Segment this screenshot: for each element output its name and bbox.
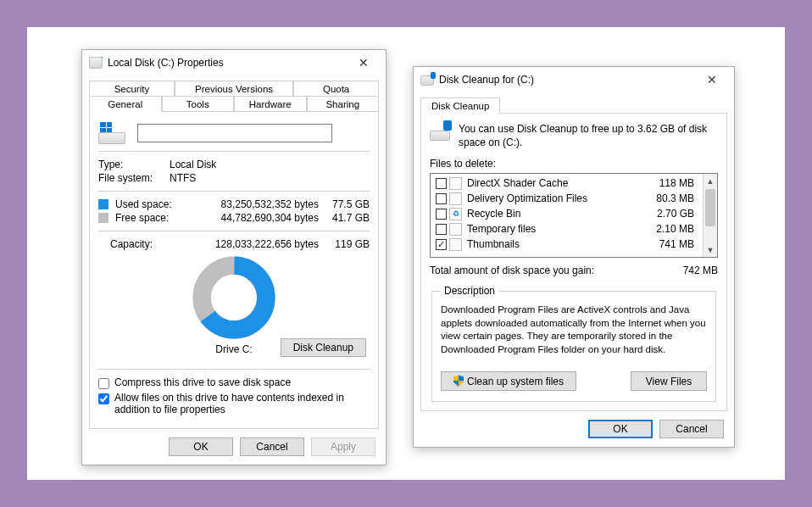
file-type-icon [449, 238, 462, 251]
shield-icon [453, 375, 464, 387]
scrollbar[interactable]: ▲ ▼ [703, 174, 717, 257]
file-name: Recycle Bin [467, 208, 638, 220]
compress-checkbox[interactable] [98, 378, 109, 389]
checkbox[interactable] [436, 193, 447, 204]
gain-value: 742 MB [650, 265, 718, 276]
list-item[interactable]: ♻Recycle Bin2.70 GB [431, 206, 703, 221]
usage-donut-chart [192, 255, 276, 340]
ok-button[interactable]: OK [588, 420, 653, 438]
file-name: DirectX Shader Cache [467, 177, 638, 189]
description-legend: Description [441, 285, 498, 297]
cleanup-titlebar[interactable]: Disk Cleanup for (C:) ✕ [414, 67, 734, 92]
compress-label: Compress this drive to save disk space [114, 376, 291, 388]
general-panel: Type:Local Disk File system:NTFS Used sp… [89, 111, 379, 429]
svg-point-2 [214, 277, 254, 318]
capacity-label: Capacity: [98, 238, 181, 250]
cancel-button[interactable]: Cancel [659, 420, 724, 438]
description-group: Description Downloaded Program Files are… [431, 285, 716, 402]
capacity-bytes: 128,033,222,656 bytes [181, 238, 319, 250]
tab-quota[interactable]: Quota [293, 81, 379, 96]
description-text: Downloaded Program Files are ActiveX con… [441, 304, 707, 356]
index-label: Allow files on this drive to have conten… [114, 392, 370, 415]
file-name: Temporary files [467, 223, 638, 235]
fs-value: NTFS [170, 172, 196, 184]
scroll-down-icon[interactable]: ▼ [704, 242, 717, 257]
file-type-icon [449, 177, 462, 190]
free-gb: 41.7 GB [319, 212, 370, 224]
index-checkbox[interactable] [98, 393, 109, 404]
view-files-button[interactable]: View Files [631, 371, 707, 391]
used-gb: 77.5 GB [319, 198, 370, 210]
checkbox[interactable] [436, 224, 447, 235]
checkbox[interactable] [436, 239, 447, 250]
cancel-button[interactable]: Cancel [240, 437, 304, 456]
tab-hardware[interactable]: Hardware [234, 96, 307, 112]
fs-label: File system: [98, 172, 170, 184]
type-value: Local Disk [170, 159, 216, 170]
file-size: 118 MB [638, 177, 698, 189]
used-swatch [98, 199, 108, 209]
properties-window: Local Disk (C:) Properties ✕ Security Pr… [81, 49, 387, 465]
gain-label: Total amount of disk space you gain: [430, 265, 650, 276]
tab-disk-cleanup[interactable]: Disk Cleanup [420, 98, 500, 114]
checkbox[interactable] [436, 178, 447, 189]
file-type-icon: ♻ [449, 208, 462, 220]
tab-security[interactable]: Security [89, 81, 175, 96]
list-item[interactable]: Delivery Optimization Files80.3 MB [431, 191, 703, 206]
properties-title: Local Disk (C:) Properties [108, 57, 348, 69]
apply-button[interactable]: Apply [311, 437, 375, 456]
type-label: Type: [98, 159, 170, 170]
index-checkbox-row[interactable]: Allow files on this drive to have conten… [98, 392, 370, 415]
cleanup-title-icon [420, 73, 434, 86]
cleanup-window: Disk Cleanup for (C:) ✕ Disk Cleanup You… [413, 66, 735, 448]
list-item[interactable]: DirectX Shader Cache118 MB [431, 176, 703, 191]
used-bytes: 83,250,532,352 bytes [186, 198, 319, 210]
file-size: 80.3 MB [638, 192, 698, 204]
file-type-icon [449, 192, 462, 205]
tab-row-primary: General Tools Hardware Sharing [89, 96, 379, 112]
checkbox[interactable] [436, 209, 447, 220]
file-size: 2.70 GB [638, 208, 698, 220]
compress-checkbox-row[interactable]: Compress this drive to save disk space [98, 376, 370, 389]
cleanup-system-files-button[interactable]: Clean up system files [441, 371, 576, 391]
list-item[interactable]: Thumbnails741 MB [431, 237, 703, 252]
cleanup-panel: You can use Disk Cleanup to free up to 3… [420, 113, 727, 411]
cleanup-title: Disk Cleanup for (C:) [439, 74, 697, 86]
free-swatch [98, 213, 108, 223]
files-to-delete-label: Files to delete: [430, 158, 718, 170]
cleanup-info-text: You can use Disk Cleanup to free up to 3… [459, 122, 718, 149]
disk-cleanup-button[interactable]: Disk Cleanup [281, 338, 366, 357]
capacity-gb: 119 GB [319, 238, 370, 250]
file-size: 741 MB [638, 238, 698, 250]
tab-tools[interactable]: Tools [162, 96, 235, 112]
file-size: 2.10 MB [638, 223, 698, 235]
ok-button[interactable]: OK [169, 437, 233, 456]
properties-titlebar[interactable]: Local Disk (C:) Properties ✕ [82, 50, 386, 75]
file-type-icon [449, 223, 462, 236]
drive-icon [89, 56, 103, 70]
tab-sharing[interactable]: Sharing [307, 96, 380, 112]
scroll-thumb[interactable] [705, 189, 715, 226]
cleanup-info-icon [430, 122, 450, 141]
close-icon[interactable]: ✕ [697, 73, 727, 86]
list-item[interactable]: Temporary files2.10 MB [431, 221, 703, 237]
file-name: Delivery Optimization Files [467, 192, 638, 204]
free-bytes: 44,782,690,304 bytes [186, 212, 319, 224]
files-to-delete-list[interactable]: DirectX Shader Cache118 MBDelivery Optim… [430, 173, 718, 258]
tab-row-secondary: Security Previous Versions Quota [89, 81, 379, 96]
volume-name-input[interactable] [137, 124, 332, 142]
tab-previous-versions[interactable]: Previous Versions [175, 81, 293, 96]
scroll-up-icon[interactable]: ▲ [704, 174, 717, 188]
large-drive-icon [98, 122, 125, 144]
file-name: Thumbnails [467, 238, 638, 250]
close-icon[interactable]: ✕ [348, 56, 379, 70]
free-label: Free space: [115, 212, 186, 224]
used-label: Used space: [115, 198, 186, 210]
tab-general[interactable]: General [89, 96, 162, 112]
